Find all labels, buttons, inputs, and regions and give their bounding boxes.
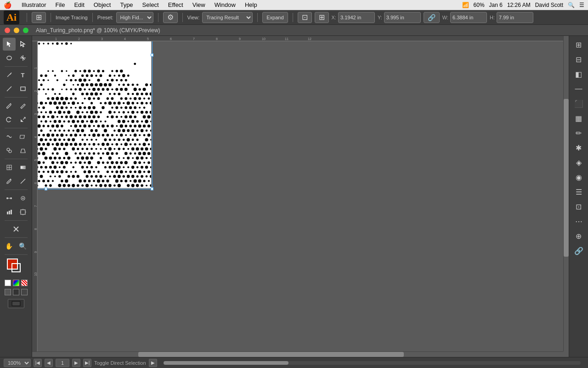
direct-selection-tool[interactable] xyxy=(17,38,29,51)
isolation-mode-btn[interactable] xyxy=(21,289,28,295)
menu-object[interactable]: Object xyxy=(89,0,116,10)
eyedropper-tool[interactable] xyxy=(3,175,16,188)
menu-effect[interactable]: Effect xyxy=(164,0,188,10)
right-panel-btn-5[interactable]: ⬛ xyxy=(572,97,586,110)
svg-point-1200 xyxy=(84,153,86,155)
grid-icon-button[interactable]: ⊞ xyxy=(315,12,329,23)
right-panel-btn-7[interactable]: ✏ xyxy=(572,126,586,140)
toggle-direct-selection-btn[interactable]: ▶ xyxy=(149,359,157,367)
symbol-sprayer-tool[interactable] xyxy=(17,192,29,205)
vertical-scrollbar[interactable] xyxy=(563,36,569,351)
w-input[interactable] xyxy=(450,12,487,23)
menu-type[interactable]: Type xyxy=(115,0,137,10)
selection-tool[interactable] xyxy=(3,38,16,51)
menu-edit[interactable]: Edit xyxy=(69,0,89,10)
scale-tool[interactable] xyxy=(17,113,29,126)
close-button[interactable] xyxy=(5,28,10,33)
right-panel-btn-8[interactable]: ✱ xyxy=(572,141,586,155)
search-icon[interactable]: 🔍 xyxy=(568,2,575,8)
menu-list-icon[interactable]: ☰ xyxy=(579,2,584,8)
constrain-button[interactable]: 🔗 xyxy=(424,12,440,23)
right-panel-btn-2[interactable]: ⊟ xyxy=(572,52,586,66)
fill-white-btn[interactable] xyxy=(5,280,11,286)
last-page-btn[interactable]: ▶| xyxy=(83,359,91,367)
right-panel-btn-3[interactable]: ◧ xyxy=(572,67,586,81)
vertical-scrollbar-thumb[interactable] xyxy=(564,99,569,257)
first-page-btn[interactable]: |◀ xyxy=(34,359,42,367)
right-panel-btn-6[interactable]: ▦ xyxy=(572,111,586,125)
menu-illustrator[interactable]: Illustrator xyxy=(17,0,51,10)
rect-tool[interactable] xyxy=(17,82,29,95)
shape-builder-tool[interactable] xyxy=(3,144,16,157)
horizontal-scrollbar[interactable] xyxy=(32,351,563,357)
expand-button[interactable]: Expand xyxy=(262,12,288,23)
right-panel-btn-13[interactable]: ⋯ xyxy=(572,214,586,228)
zoom-tool[interactable]: 🔍 xyxy=(17,240,29,253)
next-page-btn[interactable]: ▶ xyxy=(72,359,80,367)
blend-tool[interactable] xyxy=(3,192,16,205)
none-swatch[interactable] xyxy=(21,280,28,286)
line-tool[interactable] xyxy=(3,82,16,95)
type-tool[interactable]: T xyxy=(17,69,29,81)
transform-icon-button[interactable]: ⊡ xyxy=(298,12,312,23)
free-transform-tool[interactable] xyxy=(17,130,29,143)
bottom-progress-bar[interactable] xyxy=(164,361,581,365)
zoom-select[interactable]: 100% xyxy=(4,359,31,367)
svg-text:6: 6 xyxy=(170,37,172,40)
gradient-tool[interactable] xyxy=(17,161,29,174)
toolbar-separator-6 xyxy=(257,13,258,22)
rotate-tool[interactable] xyxy=(3,113,16,126)
y-input[interactable]: 3.995 in xyxy=(384,12,421,23)
menu-view[interactable]: View xyxy=(188,0,210,10)
preset-select[interactable]: High Fid... xyxy=(116,12,153,23)
stroke-color-swatch[interactable] xyxy=(11,263,21,272)
right-panel-btn-4[interactable]: — xyxy=(572,82,586,96)
desktop-color-button[interactable] xyxy=(8,299,24,308)
right-panel-btn-12[interactable]: ⊡ xyxy=(572,200,586,213)
slice-tool[interactable] xyxy=(10,223,23,236)
h-input[interactable] xyxy=(497,12,533,23)
view-select[interactable]: Tracing Result xyxy=(202,12,253,23)
artboard-tool[interactable] xyxy=(17,206,29,218)
gradient-swatch[interactable] xyxy=(13,280,19,286)
x-input[interactable]: 3.1942 in xyxy=(338,12,375,23)
prev-page-btn[interactable]: ◀ xyxy=(45,359,53,367)
right-panel-btn-15[interactable]: 🔗 xyxy=(572,244,586,258)
right-panel-btn-14[interactable]: ⊕ xyxy=(572,229,586,243)
measure-tool[interactable] xyxy=(17,175,29,188)
right-panel-btn-1[interactable]: ⊞ xyxy=(572,38,586,52)
menu-file[interactable]: File xyxy=(51,0,69,10)
right-panel-btn-11[interactable]: ☰ xyxy=(572,185,586,199)
perspective-tool[interactable] xyxy=(17,144,29,157)
tracing-options-button[interactable]: ⚙ xyxy=(163,12,178,23)
magic-wand-tool[interactable] xyxy=(17,52,29,64)
h-coord-group: H: xyxy=(490,12,533,23)
maximize-button[interactable] xyxy=(23,28,28,33)
svg-point-825 xyxy=(81,111,83,113)
minimize-button[interactable] xyxy=(14,28,19,33)
apple-menu[interactable]: 🍎 xyxy=(4,1,11,9)
menu-help[interactable]: Help xyxy=(240,0,262,10)
svg-point-1480 xyxy=(72,184,75,187)
svg-point-748 xyxy=(113,102,116,104)
hand-tool[interactable]: ✋ xyxy=(3,240,16,253)
svg-point-912 xyxy=(90,120,93,123)
warp-tool[interactable] xyxy=(3,130,16,143)
normal-mode-btn[interactable] xyxy=(5,289,11,295)
horizontal-scrollbar-thumb[interactable] xyxy=(138,352,404,357)
pen-tool[interactable] xyxy=(3,69,16,81)
pencil-tool[interactable] xyxy=(17,99,29,112)
menu-window[interactable]: Window xyxy=(210,0,240,10)
page-number-input[interactable] xyxy=(56,359,69,367)
column-graph-tool[interactable] xyxy=(3,206,16,218)
svg-point-1370 xyxy=(125,171,127,173)
behind-mode-btn[interactable] xyxy=(13,289,19,295)
svg-point-9 xyxy=(9,150,11,153)
right-panel-btn-9[interactable]: ◈ xyxy=(572,155,586,169)
layout-view-button[interactable]: ⊞ xyxy=(32,12,46,23)
menu-select[interactable]: Select xyxy=(138,0,164,10)
paintbrush-tool[interactable] xyxy=(3,99,16,112)
mesh-tool[interactable] xyxy=(3,161,16,174)
lasso-tool[interactable] xyxy=(3,52,16,64)
right-panel-btn-10[interactable]: ◉ xyxy=(572,170,586,184)
